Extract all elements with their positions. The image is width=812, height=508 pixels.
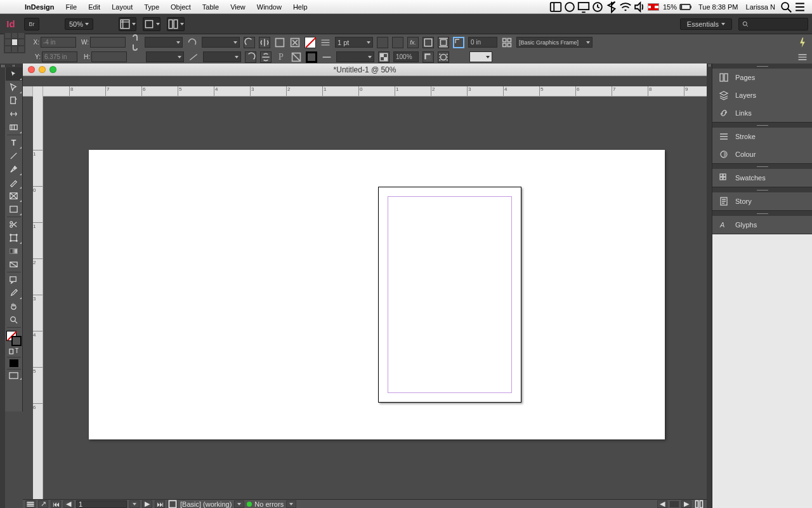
canvas[interactable]: 9876543210123456789 10123456 bbox=[23, 86, 707, 499]
panel-story[interactable]: Story bbox=[712, 192, 812, 210]
zoom-tool[interactable] bbox=[6, 313, 22, 326]
panel-layers[interactable]: Layers bbox=[712, 86, 812, 104]
scissors-tool[interactable] bbox=[6, 218, 22, 231]
panel-menu-icon[interactable] bbox=[797, 51, 808, 63]
sync-icon[interactable] bbox=[563, 0, 577, 14]
panel-pages[interactable]: Pages bbox=[712, 69, 812, 86]
screen-mode-toggle[interactable] bbox=[6, 370, 22, 380]
h-field[interactable] bbox=[91, 51, 127, 62]
document-titlebar[interactable]: *Untitled-1 @ 50% bbox=[23, 64, 707, 76]
right-gutter[interactable] bbox=[707, 64, 712, 508]
menu-table[interactable]: Table bbox=[197, 3, 225, 11]
x-field[interactable] bbox=[41, 37, 76, 48]
view-options-button[interactable] bbox=[119, 17, 136, 31]
pencil-tool[interactable] bbox=[6, 176, 22, 189]
next-page-button[interactable]: ▶ bbox=[142, 500, 152, 508]
eyedropper-tool[interactable] bbox=[6, 286, 22, 300]
constrain-icon[interactable] bbox=[129, 37, 141, 48]
apple-menu-icon[interactable] bbox=[5, 0, 19, 14]
vertical-ruler[interactable]: 10123456 bbox=[33, 86, 43, 499]
apply-color-button[interactable] bbox=[6, 358, 22, 368]
split-view-button[interactable] bbox=[694, 500, 704, 508]
display-icon[interactable] bbox=[577, 0, 591, 14]
object-style-dropdown[interactable]: [Basic Graphics Frame] bbox=[516, 37, 593, 48]
select-content-icon[interactable] bbox=[289, 37, 301, 48]
h-scrollbar[interactable] bbox=[670, 501, 679, 507]
panel-swatches[interactable]: Swatches bbox=[712, 169, 812, 187]
shear-field[interactable] bbox=[203, 51, 241, 62]
last-page-button[interactable]: ⏭ bbox=[155, 500, 165, 508]
panel-glyphs[interactable]: AGlyphs bbox=[712, 216, 812, 234]
arrange-documents-button[interactable] bbox=[167, 17, 185, 31]
direct-selection-tool[interactable] bbox=[6, 81, 22, 94]
free-transform-tool[interactable] bbox=[6, 231, 22, 244]
status-menu-button[interactable] bbox=[25, 500, 36, 508]
bridge-button[interactable]: Br bbox=[24, 18, 39, 30]
object-styles-icon[interactable] bbox=[501, 37, 513, 48]
corner-options-button[interactable] bbox=[453, 37, 464, 48]
bluetooth-icon[interactable] bbox=[605, 0, 619, 14]
wifi-icon[interactable] bbox=[619, 0, 632, 14]
selection-tool[interactable] bbox=[6, 67, 22, 81]
gradient-feather-tool[interactable] bbox=[6, 258, 22, 271]
clock[interactable]: Tue 8:38 PM bbox=[695, 3, 742, 11]
quick-apply-icon[interactable] bbox=[797, 37, 808, 48]
timemachine-icon[interactable] bbox=[591, 0, 605, 14]
flip-v-button[interactable] bbox=[260, 51, 272, 63]
preflight-menu[interactable] bbox=[234, 500, 244, 508]
preflight-status[interactable]: No errors bbox=[247, 500, 284, 508]
workspace-switcher[interactable]: Essentials bbox=[680, 18, 732, 30]
fill-stroke-swatch[interactable] bbox=[6, 331, 22, 346]
preflight-dropdown[interactable] bbox=[286, 500, 296, 508]
panel-grip[interactable] bbox=[712, 187, 812, 192]
fitting-icon[interactable] bbox=[291, 51, 302, 63]
notification-center-icon[interactable] bbox=[793, 0, 807, 14]
pathfinder-unite-icon[interactable] bbox=[377, 37, 388, 48]
screen-mode-button[interactable] bbox=[143, 17, 160, 31]
content-collector-tool[interactable] bbox=[6, 121, 22, 134]
scale-x-dropdown[interactable] bbox=[145, 37, 183, 48]
page-tool[interactable] bbox=[6, 94, 22, 107]
pen-tool[interactable] bbox=[6, 163, 22, 176]
panel-grip[interactable] bbox=[712, 64, 812, 69]
rectangle-frame-tool[interactable] bbox=[6, 189, 22, 203]
flip-h-button[interactable] bbox=[259, 37, 270, 48]
battery-status[interactable]: 15% bbox=[660, 3, 695, 11]
open-bridge-button[interactable]: ↗ bbox=[38, 500, 48, 508]
pathfinder-subtract-icon[interactable] bbox=[392, 37, 403, 48]
menu-help[interactable]: Help bbox=[287, 3, 313, 11]
prev-page-button[interactable]: ◀ bbox=[63, 500, 74, 508]
panel-grip[interactable] bbox=[712, 211, 812, 216]
stroke-style-dropdown[interactable] bbox=[336, 51, 374, 62]
effects-button[interactable]: fx. bbox=[407, 37, 419, 48]
menu-file[interactable]: File bbox=[60, 3, 82, 11]
stroke-swatch[interactable] bbox=[306, 51, 317, 63]
shear-icon[interactable] bbox=[188, 51, 199, 63]
opacity-icon[interactable] bbox=[378, 51, 390, 63]
menu-window[interactable]: Window bbox=[251, 3, 287, 11]
scale-y-dropdown[interactable] bbox=[146, 51, 184, 62]
hand-tool[interactable] bbox=[6, 300, 22, 313]
gap-tool[interactable] bbox=[6, 107, 22, 121]
menu-object[interactable]: Object bbox=[165, 3, 197, 11]
panel-colour[interactable]: Colour bbox=[712, 145, 812, 163]
drop-shadow-button[interactable] bbox=[422, 51, 434, 63]
note-tool[interactable] bbox=[6, 273, 22, 286]
rotate-icon[interactable] bbox=[187, 37, 198, 48]
rotate-ccw-button[interactable] bbox=[244, 37, 255, 48]
fill-swatch[interactable] bbox=[304, 37, 316, 48]
text-wrap-shape-icon[interactable] bbox=[438, 51, 449, 63]
rotate-cw-button[interactable] bbox=[245, 51, 256, 63]
select-container-icon[interactable] bbox=[274, 37, 285, 48]
user-menu[interactable]: Larissa N bbox=[742, 3, 779, 11]
page-number-field[interactable]: 1 bbox=[76, 500, 127, 508]
panel-stroke[interactable]: Stroke bbox=[712, 128, 812, 145]
text-wrap-bound-icon[interactable] bbox=[438, 37, 449, 48]
corner-size-field[interactable] bbox=[468, 37, 497, 48]
type-tool[interactable] bbox=[6, 136, 22, 149]
gradient-swatch-tool[interactable] bbox=[6, 244, 22, 258]
scroll-left-button[interactable]: ◀ bbox=[657, 500, 667, 508]
parallels-icon[interactable] bbox=[549, 0, 563, 14]
menu-edit[interactable]: Edit bbox=[82, 3, 106, 11]
menu-view[interactable]: View bbox=[225, 3, 251, 11]
